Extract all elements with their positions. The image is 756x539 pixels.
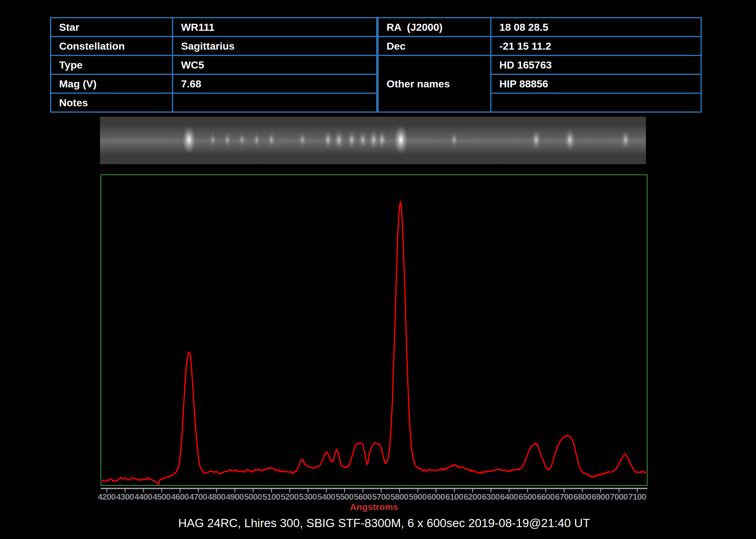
x-axis-bar	[101, 488, 647, 489]
table-row: Mag (V) 7.68	[50, 74, 377, 93]
emission-line-blob	[391, 120, 410, 159]
emission-line-blob	[251, 128, 262, 151]
constellation-value: Sagittarius	[172, 37, 377, 55]
table-row: Constellation Sagittarius	[50, 37, 377, 55]
notes-label: Notes	[50, 93, 172, 112]
constellation-label: Constellation	[50, 37, 172, 55]
table-row: Star WR111	[50, 18, 377, 37]
x-axis-title: Angstroms	[328, 502, 420, 512]
caption: HAG 24RC, Lhires 300, SBIG STF-8300M, 6 …	[12, 516, 756, 530]
emission-line-blob	[222, 128, 233, 151]
star-info-table-right: RA (J2000) 18 08 28.5 Dec -21 15 11.2 Ot…	[377, 17, 702, 113]
star-value: WR111	[172, 18, 377, 37]
table-row: Other names HD 165763	[378, 55, 701, 74]
table-row: RA (J2000) 18 08 28.5	[378, 18, 701, 37]
emission-line-blob	[345, 127, 358, 153]
type-value: WC5	[172, 55, 377, 74]
spectrum-strip-image	[100, 116, 646, 164]
dec-value: -21 15 11.2	[491, 37, 701, 55]
other-name-hd-value: HD 165763	[491, 55, 701, 74]
notes-value	[172, 93, 377, 112]
ra-label: RA (J2000)	[378, 18, 491, 37]
table-row: Notes	[50, 93, 377, 112]
other-name-empty-value	[491, 93, 701, 112]
emission-line-blob	[332, 126, 345, 154]
x-tick-label: 7100	[623, 492, 651, 502]
emission-line-blob	[449, 128, 460, 151]
dec-label: Dec	[378, 37, 491, 55]
emission-line-blob	[297, 128, 308, 152]
table-row: Type WC5	[50, 55, 377, 74]
spectrum-plot-frame	[101, 175, 647, 486]
other-names-label: Other names	[378, 55, 491, 112]
emission-line-blob	[376, 127, 388, 153]
emission-line-blob	[208, 129, 218, 151]
emission-line-blob	[180, 121, 198, 159]
other-name-hip-value: HIP 88856	[491, 74, 701, 93]
emission-line-blob	[619, 126, 632, 153]
emission-line-blob	[562, 124, 577, 155]
emission-line-blob	[237, 128, 247, 151]
emission-line-blob	[266, 128, 277, 152]
page: Star WR111 Constellation Sagittarius Typ…	[0, 0, 756, 539]
table-row: Dec -21 15 11.2	[378, 37, 701, 55]
spectrum-trace	[101, 175, 647, 485]
type-label: Type	[50, 55, 172, 74]
star-label: Star	[50, 18, 172, 37]
ra-value: 18 08 28.5	[491, 18, 701, 37]
star-info-table-left: Star WR111 Constellation Sagittarius Typ…	[50, 17, 377, 113]
magnitude-value: 7.68	[172, 74, 377, 93]
emission-line-blob	[529, 126, 543, 154]
magnitude-label: Mag (V)	[50, 74, 172, 93]
